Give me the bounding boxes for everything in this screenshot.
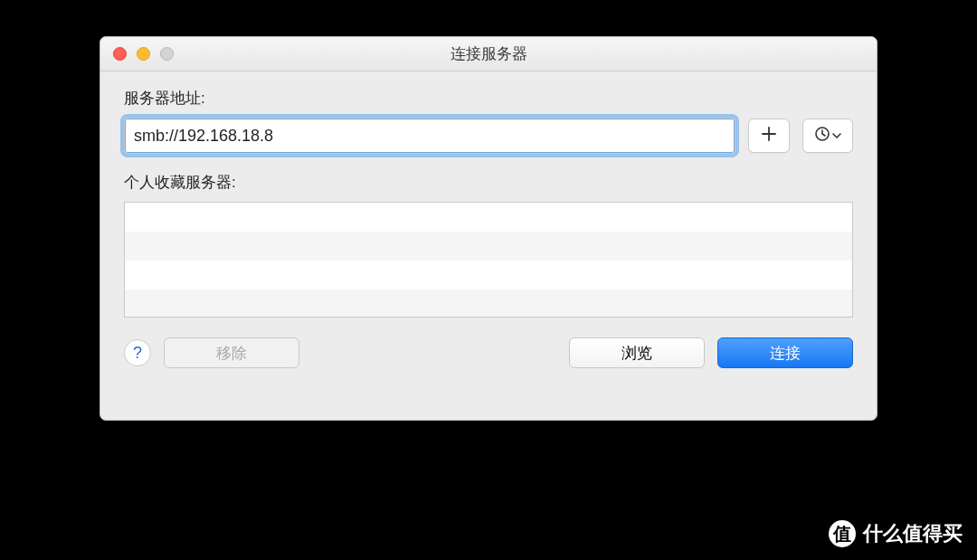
browse-button[interactable]: 浏览 — [569, 337, 705, 368]
favorites-label: 个人收藏服务器: — [124, 172, 853, 193]
remove-button: 移除 — [164, 337, 299, 368]
window-title: 连接服务器 — [100, 43, 877, 64]
favorites-list[interactable] — [124, 202, 853, 318]
maximize-window-button — [160, 47, 174, 61]
add-favorite-button[interactable] — [748, 119, 790, 153]
help-icon: ? — [133, 344, 142, 363]
watermark-badge: 值 — [829, 520, 856, 547]
window-content: 服务器地址: 个人收藏服务器: — [100, 71, 877, 388]
history-dropdown-button[interactable] — [802, 119, 853, 153]
plus-icon — [761, 126, 777, 146]
address-row — [124, 118, 853, 154]
clock-icon — [814, 126, 830, 146]
help-button[interactable]: ? — [124, 339, 151, 366]
connect-button-label: 连接 — [770, 343, 801, 364]
close-window-button[interactable] — [113, 47, 127, 61]
browse-button-label: 浏览 — [621, 343, 652, 364]
chevron-down-icon — [832, 128, 841, 144]
traffic-lights — [113, 47, 174, 61]
list-item — [125, 203, 852, 232]
server-address-input[interactable] — [124, 118, 735, 154]
server-address-label: 服务器地址: — [124, 88, 853, 109]
watermark: 值 什么值得买 — [829, 520, 963, 547]
list-item — [125, 289, 852, 318]
list-item — [125, 261, 852, 289]
watermark-text: 什么值得买 — [863, 520, 963, 547]
remove-button-label: 移除 — [216, 343, 247, 364]
button-row: ? 移除 浏览 连接 — [124, 337, 853, 368]
connect-to-server-window: 连接服务器 服务器地址: 个人收藏服务器: — [100, 36, 877, 421]
list-item — [125, 232, 852, 261]
titlebar: 连接服务器 — [100, 37, 877, 71]
minimize-window-button[interactable] — [137, 47, 150, 61]
connect-button[interactable]: 连接 — [717, 337, 853, 368]
